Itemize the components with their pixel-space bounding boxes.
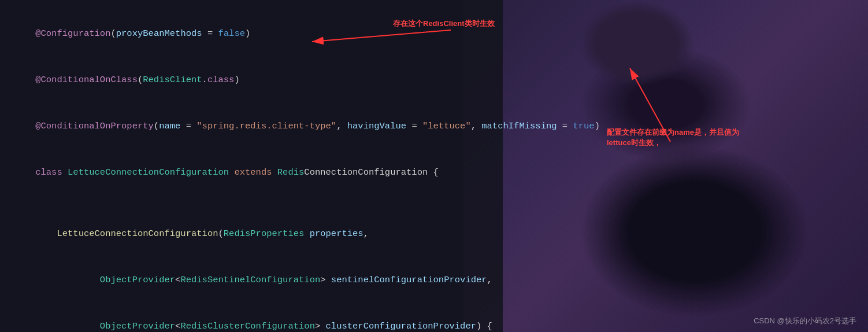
code-line-7: ObjectProvider<RedisClusterConfiguration…: [14, 303, 854, 332]
code-line-5: LettuceConnectionConfiguration(RedisProp…: [14, 211, 854, 257]
blank-1: [14, 195, 854, 211]
code-container: @Configuration(proxyBeanMethods = false)…: [0, 0, 868, 332]
annotation-at-1: @Configuration: [35, 28, 110, 39]
code-line-1: @Configuration(proxyBeanMethods = false): [14, 10, 854, 57]
code-line-3: @ConditionalOnProperty(name = "spring.re…: [14, 103, 854, 149]
watermark: CSDN @快乐的小码农2号选手: [754, 316, 856, 326]
code-line-2: @ConditionalOnClass(RedisClient.class): [14, 57, 854, 103]
code-line-4: class LettuceConnectionConfiguration ext…: [14, 149, 854, 195]
code-line-6: ObjectProvider<RedisSentinelConfiguratio…: [14, 257, 854, 304]
